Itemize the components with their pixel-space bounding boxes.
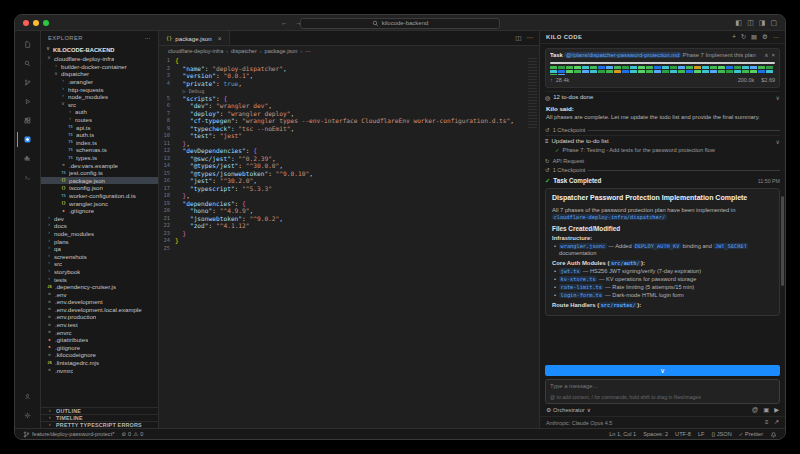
code-line[interactable]: 18 },	[159, 192, 539, 200]
code-line[interactable]: 13 "@swc/jest": "^0.2.39",	[159, 155, 539, 163]
tree-item[interactable]: ›http-requests	[41, 85, 158, 93]
activity-account-button[interactable]	[17, 387, 39, 406]
explorer-more-icon[interactable]: ⋯	[145, 35, 151, 41]
code-line[interactable]: 8 "cf-typegen": "wrangler types --env-in…	[159, 117, 539, 125]
tree-item[interactable]: TStypes.ts	[41, 154, 158, 162]
checkpoint-row[interactable]: ↺ 1 Checkpoint	[545, 165, 780, 175]
tree-item[interactable]: ⚙.envrc	[41, 328, 158, 336]
history-icon[interactable]: ↻	[741, 34, 746, 40]
tree-item[interactable]: TSschemas.ts	[41, 146, 158, 154]
activity-settings-button[interactable]	[17, 406, 39, 425]
code-line[interactable]: 20 "hono": "^4.9.9",	[159, 207, 539, 215]
code-line[interactable]: 15 "@types/jsonwebtoken": "^9.0.10",	[159, 170, 539, 178]
activity-kilo-code-button[interactable]	[17, 130, 39, 149]
tree-item[interactable]: ∨cloudflare-deploy-infra	[41, 55, 158, 63]
tree-item[interactable]: {}package.json	[41, 177, 158, 185]
breadcrumb-item[interactable]: ⋯	[305, 48, 311, 54]
tree-item[interactable]: TSindex.ts	[41, 139, 158, 147]
chat-input[interactable]	[550, 383, 775, 392]
activity-explorer-button[interactable]	[17, 35, 39, 54]
updated-todos-row[interactable]: ≡ Updated the to-do list ∨	[545, 135, 780, 146]
problems-status[interactable]: ⊘ 0 ⚠ 0	[121, 431, 143, 437]
tree-item[interactable]: ›auth	[41, 108, 158, 116]
tree-item[interactable]: ›src	[41, 260, 158, 268]
model-label[interactable]: Anthropic: Claude Opus 4.5	[546, 420, 612, 426]
activity-search-button[interactable]	[17, 54, 39, 73]
breadcrumb-item[interactable]: dispatcher	[231, 48, 257, 54]
tree-item[interactable]: TSapi.ts	[41, 123, 158, 131]
collapse-task-icon[interactable]: ∧	[764, 52, 768, 59]
code-line[interactable]: 16 "jest": "^30.2.0",	[159, 177, 539, 185]
chat-input-box[interactable]: @ to add context, / for commands, hold s…	[545, 379, 780, 404]
customize-layout-icon[interactable]: ▢	[770, 19, 777, 26]
minimize-window-button[interactable]	[33, 20, 39, 26]
code-line[interactable]: 17 "typescript": "^5.3.3"	[159, 185, 539, 193]
tree-item[interactable]: TSjest.config.ts	[41, 169, 158, 177]
explorer-panel-outline[interactable]: ›OUTLINE	[41, 407, 158, 414]
tree-item[interactable]: JS.dependency-cruiser.js	[41, 283, 158, 291]
code-line[interactable]: 23 }	[159, 230, 539, 238]
settings-icon[interactable]: ⚙	[762, 34, 768, 40]
tree-item[interactable]: ◆.gitignore	[41, 344, 158, 352]
tree-item[interactable]: ›storybook	[41, 268, 158, 276]
tree-item[interactable]: ›builder-docker-container	[41, 63, 158, 71]
code-line[interactable]: 1{	[159, 57, 539, 65]
code-line[interactable]: 4 "private": true,	[159, 80, 539, 88]
explorer-panel-pretty-typescript-errors[interactable]: ›PRETTY TYPESCRIPT ERRORS	[41, 421, 158, 428]
tree-item[interactable]: TSauth.ts	[41, 131, 158, 139]
code-line[interactable]: 19 "dependencies": {	[159, 200, 539, 208]
activity-remote-button[interactable]	[17, 168, 39, 187]
activity-source-control-button[interactable]	[17, 73, 39, 92]
mode-selector[interactable]: ⚙ Orchestrator ∨	[546, 407, 591, 413]
tree-item[interactable]: {}tsconfig.json	[41, 184, 158, 192]
close-tab-icon[interactable]: ×	[218, 35, 222, 42]
tree-item[interactable]: ⚙.env.test	[41, 321, 158, 329]
code-line[interactable]: 25	[159, 245, 539, 253]
tree-item[interactable]: ◆.gitattributes	[41, 336, 158, 344]
tree-item[interactable]: ⚙.env	[41, 290, 158, 298]
external-link-icon[interactable]: ↗	[774, 419, 779, 425]
tree-item[interactable]: {}wrangler.jsonc	[41, 199, 158, 207]
tree-item[interactable]: ›screenshots	[41, 252, 158, 260]
tree-item[interactable]: ›tests	[41, 275, 158, 283]
tree-item[interactable]: ⚙.kilocodeignore	[41, 351, 158, 359]
task-card[interactable]: Task @/plans/dispatcher-password-protect…	[545, 48, 780, 88]
command-center-search[interactable]: kilocode-backend	[300, 18, 500, 29]
tree-item[interactable]: ∨src	[41, 101, 158, 109]
close-task-icon[interactable]: ×	[772, 52, 775, 59]
toggle-secondary-sidebar-icon[interactable]: ◨	[759, 19, 766, 26]
workspace-root[interactable]: ∨ KILOCODE-BACKEND	[41, 44, 158, 55]
tree-item[interactable]: ∨dispatcher	[41, 70, 158, 78]
tree-item[interactable]: TSworker-configuration.d.ts	[41, 192, 158, 200]
tree-item[interactable]: ›qa	[41, 245, 158, 253]
code-line[interactable]: 3 "version": "0.0.1",	[159, 72, 539, 80]
tree-item[interactable]: ⚙.env.development	[41, 298, 158, 306]
tree-item[interactable]: ⚙.dev.vars.example	[41, 161, 158, 169]
toggle-primary-sidebar-icon[interactable]: ◧	[736, 19, 743, 26]
more-actions-icon[interactable]: ⋯	[527, 34, 534, 42]
api-request-row[interactable]: ↻ API Request	[545, 156, 780, 165]
split-editor-icon[interactable]: ◫	[515, 34, 521, 42]
code-line[interactable]: ▷ Debug	[159, 87, 539, 95]
tree-item[interactable]: ›.wrangler	[41, 78, 158, 86]
code-line[interactable]: 21 "jsonwebtoken": "^9.0.2",	[159, 215, 539, 223]
tree-item[interactable]: ›dev	[41, 214, 158, 222]
bell-icon[interactable]	[770, 431, 777, 438]
activity-extensions-button[interactable]	[17, 111, 39, 130]
code-editor[interactable]: 1{2 "name": "deploy-dispatcher",3 "versi…	[159, 56, 539, 428]
minimap[interactable]	[528, 58, 537, 130]
status-item[interactable]: {} JSON	[712, 431, 732, 437]
back-icon[interactable]: ←	[281, 19, 288, 26]
todos-row[interactable]: ◎ 12 to-dos done ∨	[545, 91, 780, 102]
checkpoint-row[interactable]: ↺ 1 Checkpoint	[545, 125, 780, 135]
status-item[interactable]: ✓ Prettier	[739, 431, 763, 437]
tree-item[interactable]: ⚙.env.development.local.example	[41, 306, 158, 314]
status-item[interactable]: Spaces: 2	[643, 431, 668, 437]
tree-item[interactable]: ›plans	[41, 237, 158, 245]
code-line[interactable]: 24}	[159, 237, 539, 245]
new-task-icon[interactable]: +	[732, 34, 736, 40]
tree-item[interactable]: ›node_modules	[41, 93, 158, 101]
tab-package-json[interactable]: {} package.json ×	[159, 31, 230, 45]
code-line[interactable]: 6 "dev": "wrangler dev",	[159, 102, 539, 110]
send-icon[interactable]: ▶	[774, 407, 779, 413]
